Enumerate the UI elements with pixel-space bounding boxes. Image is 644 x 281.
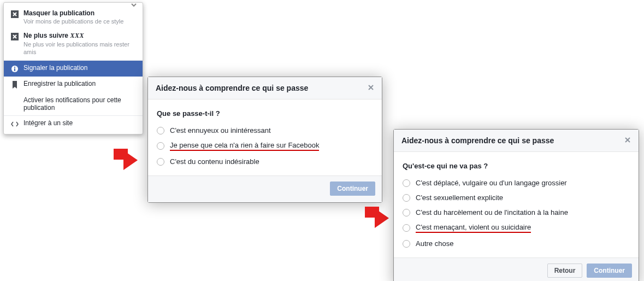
continue-button[interactable]: Continuer: [587, 264, 632, 278]
menu-item-title: Ne plus suivre XXX: [23, 32, 136, 40]
post-context-menu: Masquer la publication Voir moins de pub…: [3, 2, 143, 134]
continue-button[interactable]: Continuer: [330, 182, 375, 196]
report-option[interactable]: C'est ennuyeux ou inintéressant: [157, 124, 373, 139]
option-label: C'est du harcèlement ou de l'incitation …: [416, 208, 568, 216]
menu-item-body: Masquer la publication Voir moins de pub…: [23, 9, 136, 25]
menu-section: Masquer la publication Voir moins de pub…: [4, 3, 143, 60]
dialog-footer: Continuer: [148, 175, 382, 202]
option-label: C'est sexuellement explicite: [416, 194, 503, 202]
option-label: C'est menaçant, violent ou suicidaire: [416, 223, 531, 233]
menu-item-subtitle: Ne plus voir les publications mais reste…: [23, 40, 136, 56]
option-label: C'est du contenu indésirable: [170, 157, 259, 166]
report-option[interactable]: C'est du harcèlement ou de l'incitation …: [403, 206, 630, 221]
option-label: C'est déplacé, vulgaire ou d'un langage …: [416, 179, 567, 187]
option-label: Je pense que cela n'a rien à faire sur F…: [170, 141, 319, 151]
menu-item-label: Enregistrer la publication: [23, 80, 96, 87]
dialog-header: Aidez-nous à comprendre ce qui se passe: [394, 130, 639, 152]
dialog-body: Que se passe-t-il ? C'est ennuyeux ou in…: [148, 99, 382, 175]
menu-item-label: Signaler la publication: [23, 64, 87, 72]
menu-save-post[interactable]: Enregistrer la publication: [4, 77, 143, 92]
unfollow-name: XXX: [70, 32, 84, 39]
menu-enable-notifications[interactable]: Activer les notifications pour cette pub…: [4, 92, 143, 115]
menu-unfollow[interactable]: Ne plus suivre XXX Ne plus voir les publ…: [4, 28, 143, 59]
dialog-footer: Retour Continuer: [394, 257, 639, 281]
report-option[interactable]: Je pense que cela n'a rien à faire sur F…: [157, 139, 373, 155]
bookmark-icon: [10, 80, 19, 89]
menu-item-subtitle: Voir moins de publications de ce style: [23, 17, 136, 25]
chevron-down-icon: [131, 2, 137, 10]
menu-item-label: Intégrer à un site: [23, 119, 73, 127]
report-option[interactable]: C'est déplacé, vulgaire ou d'un langage …: [403, 177, 630, 191]
radio-icon: [157, 127, 164, 134]
radio-icon: [403, 240, 410, 248]
dialog-body: Qu'est-ce qui ne va pas ? C'est déplacé,…: [394, 152, 639, 257]
report-option[interactable]: C'est menaçant, violent ou suicidaire: [403, 221, 630, 237]
dialog-header: Aidez-nous à comprendre ce qui se passe: [148, 77, 382, 99]
unfollow-prefix: Ne plus suivre: [23, 32, 70, 39]
menu-item-body: Ne plus suivre XXX Ne plus voir les publ…: [23, 32, 136, 56]
dialog-title: Aidez-nous à comprendre ce qui se passe: [156, 84, 308, 92]
menu-hide-post[interactable]: Masquer la publication Voir moins de pub…: [4, 6, 143, 28]
report-option[interactable]: C'est sexuellement explicite: [403, 191, 630, 206]
radio-icon: [403, 224, 410, 232]
option-label: C'est ennuyeux ou inintéressant: [170, 126, 271, 134]
x-box-icon: [10, 10, 19, 19]
arrow-annotation: [365, 207, 394, 230]
embed-icon: [10, 120, 19, 128]
report-option[interactable]: C'est du contenu indésirable: [157, 155, 373, 170]
menu-report-post[interactable]: Signaler la publication: [4, 61, 143, 77]
radio-icon: [403, 194, 410, 202]
radio-icon: [403, 179, 410, 187]
svg-rect-3: [14, 67, 15, 68]
report-dialog-step1: Aidez-nous à comprendre ce qui se passe …: [147, 77, 382, 203]
back-button[interactable]: Retour: [547, 264, 583, 278]
svg-rect-4: [14, 68, 15, 71]
report-dialog-step2: Aidez-nous à comprendre ce qui se passe …: [393, 129, 639, 281]
report-option[interactable]: Autre chose: [403, 237, 630, 252]
close-icon[interactable]: [368, 84, 374, 92]
close-icon[interactable]: [624, 137, 631, 144]
arrow-annotation: [114, 149, 143, 172]
radio-icon: [157, 158, 164, 166]
radio-icon: [403, 209, 410, 216]
dialog-question: Que se passe-t-il ?: [157, 109, 373, 118]
dialog-question: Qu'est-ce qui ne va pas ?: [403, 162, 630, 170]
menu-item-title: Masquer la publication: [23, 9, 136, 17]
radio-icon: [157, 142, 164, 150]
option-label: Autre chose: [416, 239, 453, 248]
info-icon: [10, 65, 19, 73]
dialog-title: Aidez-nous à comprendre ce qui se passe: [401, 136, 554, 145]
x-box-icon: [10, 32, 19, 41]
menu-item-label: Activer les notifications pour cette pub…: [23, 96, 136, 112]
menu-embed[interactable]: Intégrer à un site: [4, 116, 143, 132]
